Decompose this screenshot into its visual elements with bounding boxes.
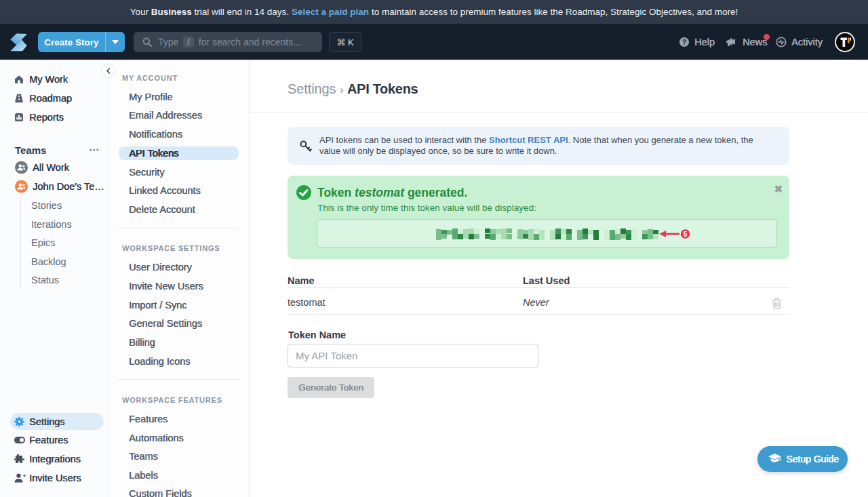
svg-text:?: ? bbox=[682, 39, 686, 46]
svg-text:5: 5 bbox=[684, 231, 688, 238]
